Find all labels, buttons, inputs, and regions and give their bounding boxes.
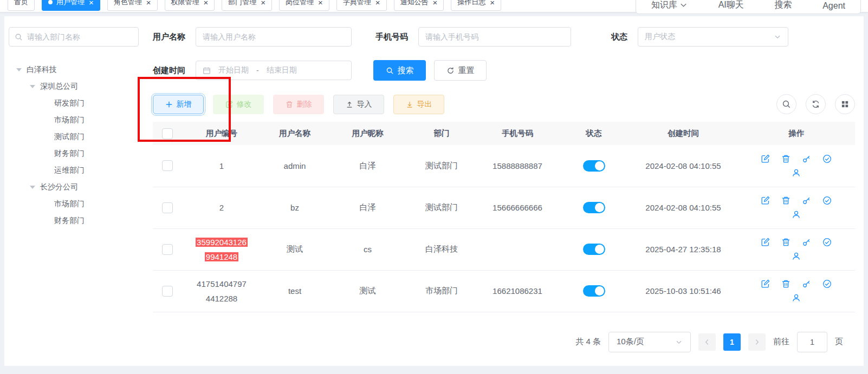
row-edit-icon[interactable] xyxy=(761,196,770,205)
nav-item-知识库[interactable]: 知识库 xyxy=(651,0,688,11)
next-page-button[interactable] xyxy=(748,333,766,351)
goto-page-input[interactable] xyxy=(797,332,827,352)
row-edit-icon[interactable] xyxy=(761,279,770,288)
trash-icon xyxy=(286,101,293,108)
row-reset-password-icon[interactable] xyxy=(802,154,811,163)
tree-node-财务部门[interactable]: 财务部门 xyxy=(9,145,143,162)
tab-close-icon[interactable]: × xyxy=(261,0,265,6)
tree-node-运维部门[interactable]: 运维部门 xyxy=(9,162,143,179)
tab-字典管理[interactable]: 字典管理× xyxy=(336,0,387,11)
export-button[interactable]: 导出 xyxy=(393,95,444,114)
show-search-button[interactable] xyxy=(776,94,796,114)
tab-角色管理[interactable]: 角色管理× xyxy=(107,0,158,11)
row-reset-password-icon[interactable] xyxy=(802,196,811,205)
row-checkbox[interactable] xyxy=(162,244,173,255)
row-delete-icon[interactable] xyxy=(781,238,791,247)
tab-close-icon[interactable]: × xyxy=(433,0,438,6)
caret-down-icon[interactable] xyxy=(30,85,35,88)
row-checkbox[interactable] xyxy=(162,286,173,297)
page-number-1[interactable]: 1 xyxy=(723,333,741,351)
row-delete-icon[interactable] xyxy=(781,279,791,288)
tab-close-icon[interactable]: × xyxy=(89,0,94,6)
tab-通知公告[interactable]: 通知公告× xyxy=(394,0,444,11)
upload-icon xyxy=(346,101,353,108)
tree-node-财务部门[interactable]: 财务部门 xyxy=(9,212,143,229)
table-row: 359920431269941248 测试 cs 白泽科技 2025-04-27… xyxy=(153,228,855,270)
column-settings-button[interactable] xyxy=(835,94,855,114)
row-reset-password-icon[interactable] xyxy=(802,238,811,247)
row-delete-icon[interactable] xyxy=(781,154,791,163)
table-header-row: 用户编号 用户名称 用户昵称 部门 手机号码 状态 创建时间 操作 xyxy=(153,122,855,145)
prev-page-button[interactable] xyxy=(698,333,716,351)
dept-search-box[interactable] xyxy=(9,27,139,47)
tab-close-icon[interactable]: × xyxy=(204,0,209,6)
row-delete-icon[interactable] xyxy=(781,196,791,205)
date-range-picker[interactable]: 开始日期 - 结束日期 xyxy=(196,61,352,80)
add-button[interactable]: 新增 xyxy=(153,95,204,114)
import-button[interactable]: 导入 xyxy=(333,95,384,114)
tab-close-icon[interactable]: × xyxy=(318,0,323,6)
tree-node-市场部门[interactable]: 市场部门 xyxy=(9,111,143,128)
search-button[interactable]: 搜索 xyxy=(373,60,426,81)
table-row: 417514047974412288 test 测试 市场部门 16621086… xyxy=(153,270,855,312)
select-all-checkbox[interactable] xyxy=(162,128,173,139)
row-reset-password-icon[interactable] xyxy=(802,279,811,288)
edit-button-label: 修改 xyxy=(237,100,252,109)
row-edit-icon[interactable] xyxy=(761,154,770,163)
status-select[interactable]: 用户状态 xyxy=(638,27,788,47)
goto-label: 前往 xyxy=(773,337,789,347)
phone-input[interactable] xyxy=(418,27,571,47)
tab-岗位管理[interactable]: 岗位管理× xyxy=(279,0,329,11)
nav-item-搜索[interactable]: 搜索 xyxy=(775,0,792,11)
cell-phone: 15666666666 xyxy=(476,187,559,228)
row-assign-role-icon[interactable] xyxy=(792,210,801,219)
filter-row-2: 创建时间 开始日期 - 结束日期 搜索 重置 xyxy=(153,61,855,80)
status-toggle[interactable] xyxy=(583,244,605,255)
caret-down-icon[interactable] xyxy=(16,68,22,71)
tab-label: 用户管理 xyxy=(56,0,85,7)
status-label: 状态 xyxy=(611,32,627,42)
tab-close-icon[interactable]: × xyxy=(375,0,380,6)
tree-node-label: 市场部门 xyxy=(54,115,85,125)
row-assign-role-icon[interactable] xyxy=(792,252,801,261)
username-input[interactable] xyxy=(196,27,352,47)
tab-操作日志[interactable]: 操作日志× xyxy=(451,0,501,11)
tree-node-长沙分公司[interactable]: 长沙分公司 xyxy=(9,179,143,195)
refresh-table-button[interactable] xyxy=(806,94,826,114)
tab-权限管理[interactable]: 权限管理× xyxy=(165,0,215,11)
status-toggle[interactable] xyxy=(583,285,605,297)
status-toggle[interactable] xyxy=(583,160,605,172)
row-approve-icon[interactable] xyxy=(822,154,832,163)
tree-node-研发部门[interactable]: 研发部门 xyxy=(9,95,143,111)
tab-bar-tabs: 首页用户管理×角色管理×权限管理×部门管理×岗位管理×字典管理×通知公告×操作日… xyxy=(8,0,501,11)
row-assign-role-icon[interactable] xyxy=(792,168,801,178)
tab-部门管理[interactable]: 部门管理× xyxy=(222,0,272,11)
tree-node-测试部门[interactable]: 测试部门 xyxy=(9,128,143,145)
page-size-select[interactable]: 10条/页 xyxy=(608,332,691,352)
refresh-icon xyxy=(446,67,455,75)
tab-用户管理[interactable]: 用户管理× xyxy=(42,0,100,11)
chevron-right-icon xyxy=(753,338,761,346)
header-created: 创建时间 xyxy=(629,122,737,145)
grid-icon xyxy=(841,100,849,108)
tab-首页[interactable]: 首页 xyxy=(8,0,35,11)
row-approve-icon[interactable] xyxy=(822,238,832,247)
reset-button[interactable]: 重置 xyxy=(434,60,487,81)
nav-item-AI聊天[interactable]: AI聊天 xyxy=(718,0,744,11)
nav-item-Agent[interactable]: Agent xyxy=(822,1,845,11)
row-approve-icon[interactable] xyxy=(822,279,832,288)
tab-close-icon[interactable]: × xyxy=(146,0,151,6)
tree-node-市场部门[interactable]: 市场部门 xyxy=(9,195,143,212)
status-toggle[interactable] xyxy=(583,202,605,213)
tab-close-icon[interactable]: × xyxy=(490,0,495,6)
dept-panel: 白泽科技深圳总公司研发部门市场部门测试部门财务部门运维部门长沙分公司市场部门财务… xyxy=(4,16,148,366)
row-assign-role-icon[interactable] xyxy=(792,293,801,303)
dept-search-input[interactable] xyxy=(27,32,133,41)
row-checkbox[interactable] xyxy=(162,160,173,171)
row-checkbox[interactable] xyxy=(162,202,173,213)
tree-node-深圳总公司[interactable]: 深圳总公司 xyxy=(9,78,143,95)
caret-down-icon[interactable] xyxy=(30,186,35,189)
row-approve-icon[interactable] xyxy=(822,196,832,205)
tree-node-白泽科技[interactable]: 白泽科技 xyxy=(9,61,143,78)
row-edit-icon[interactable] xyxy=(761,238,770,247)
